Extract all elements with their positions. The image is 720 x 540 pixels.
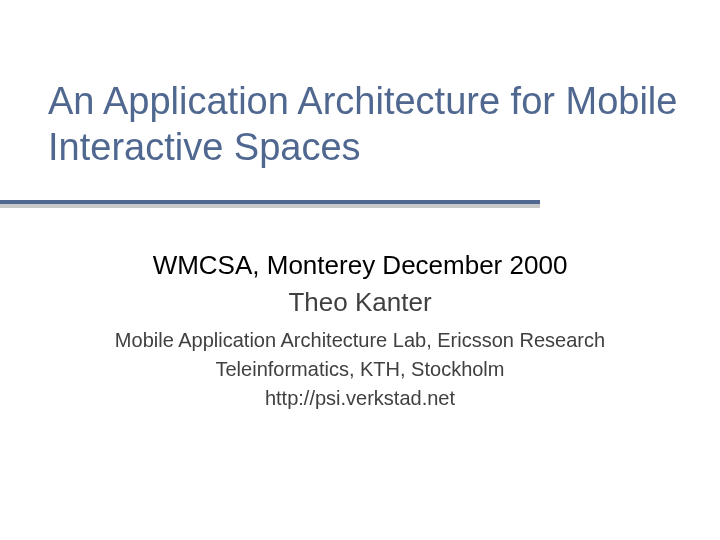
slide: An Application Architecture for Mobile I… (0, 0, 720, 540)
content-area: WMCSA, Monterey December 2000 Theo Kante… (0, 248, 720, 413)
slide-title: An Application Architecture for Mobile I… (48, 78, 700, 171)
subtitle-author: Theo Kanter (0, 285, 720, 320)
detail-affiliation-1: Mobile Application Architecture Lab, Eri… (0, 326, 720, 355)
subtitle-conference: WMCSA, Monterey December 2000 (0, 248, 720, 283)
detail-affiliation-2: Teleinformatics, KTH, Stockholm (0, 355, 720, 384)
title-area: An Application Architecture for Mobile I… (48, 78, 700, 171)
divider-bar (0, 200, 540, 204)
divider-line (0, 200, 540, 204)
divider-shadow (0, 204, 540, 208)
detail-url: http://psi.verkstad.net (0, 384, 720, 413)
